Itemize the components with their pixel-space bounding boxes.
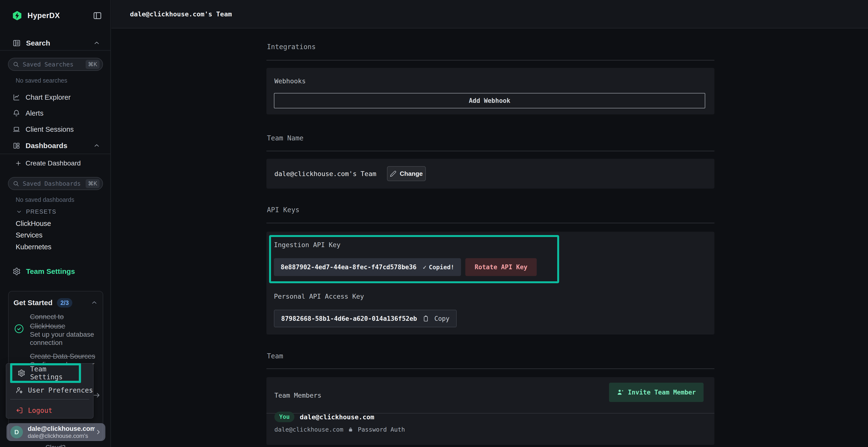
ingestion-key-label: Ingestion API Key xyxy=(274,241,340,249)
divider xyxy=(267,223,714,223)
webhooks-card: Webhooks Add Webhook xyxy=(267,68,714,114)
menu-item-team-settings[interactable]: Team Settings xyxy=(18,365,76,381)
user-gear-icon xyxy=(16,386,23,394)
personal-key-label: Personal API Access Key xyxy=(274,292,364,301)
user-team-subtitle: dale@clickhouse.com's xyxy=(28,433,95,439)
get-started-progress-badge: 2/3 xyxy=(57,298,72,308)
member-email: dale@clickhouse.com xyxy=(274,426,343,433)
user-name: dale@clickhouse.com xyxy=(28,425,95,433)
team-members-card: Team Members Invite Team Member xyxy=(267,377,714,445)
saved-dashboards-input[interactable]: Saved Dashboards ⌘K xyxy=(8,177,103,190)
get-started-header[interactable]: Get Started 2/3 xyxy=(13,297,98,308)
invite-button-label: Invite Team Member xyxy=(628,389,696,396)
menu-item-logout[interactable]: Logout xyxy=(16,405,52,416)
gear-icon xyxy=(18,369,25,377)
get-started-item-title[interactable]: Create Data Sources xyxy=(30,352,110,361)
presets-toggle[interactable]: PRESETS xyxy=(16,208,56,215)
check-icon: ✓ xyxy=(423,264,427,271)
clipped-footer-text: Cloud? xyxy=(0,444,111,447)
sidebar-item-client-sessions[interactable]: Client Sessions xyxy=(0,122,111,137)
app-title: HyperDX xyxy=(28,11,93,20)
sidebar-item-label: Client Sessions xyxy=(26,126,74,133)
sidebar: HyperDX Search xyxy=(0,0,111,447)
annotation-box-ingestion-key: Ingestion API Key 8e887902-4ed7-44ea-8fe… xyxy=(269,235,559,283)
chevron-right-icon xyxy=(95,428,102,436)
chart-explorer-icon xyxy=(12,94,20,101)
sidebar-item-alerts[interactable]: Alerts xyxy=(0,106,111,121)
team-settings-label: Team Settings xyxy=(26,267,75,276)
chevron-down-icon xyxy=(16,209,22,215)
rotate-api-key-button[interactable]: Rotate API Key xyxy=(465,258,537,276)
pencil-icon xyxy=(390,171,396,177)
saved-dashboards-placeholder: Saved Dashboards xyxy=(23,180,86,187)
presets-label: PRESETS xyxy=(26,208,56,215)
menu-divider xyxy=(10,399,89,400)
menu-item-label: Logout xyxy=(28,407,52,414)
personal-key-chip[interactable]: 87982668-58b1-4d6e-a620-014a136f52eb Cop… xyxy=(274,310,457,327)
dashboards-icon xyxy=(12,142,20,149)
plus-icon xyxy=(15,160,22,167)
preset-item-services[interactable]: Services xyxy=(16,231,42,239)
user-plus-icon xyxy=(617,389,624,396)
get-started-item-title[interactable]: Connect to ClickHouse xyxy=(30,312,90,331)
create-dashboard-button[interactable]: Create Dashboard xyxy=(15,160,81,167)
laptop-icon xyxy=(12,126,20,133)
logout-icon xyxy=(16,407,23,414)
menu-item-label: User Preferences xyxy=(28,386,93,394)
change-team-name-button[interactable]: Change xyxy=(387,166,426,181)
integrations-heading: Integrations xyxy=(267,43,316,51)
add-webhook-button[interactable]: Add Webhook xyxy=(274,93,705,108)
team-name-heading: Team Name xyxy=(267,134,304,143)
sidebar-section-search[interactable]: Search xyxy=(0,36,111,50)
hyperdx-logo-icon xyxy=(12,10,22,21)
hyperdx-app: HyperDX Search xyxy=(0,0,868,447)
saved-searches-placeholder: Saved Searches xyxy=(23,61,86,68)
preset-item-clickhouse[interactable]: ClickHouse xyxy=(16,220,51,228)
get-started-item-desc: Set up your database connection xyxy=(30,331,95,347)
page-header: dale@clickhouse.com's Team xyxy=(112,0,868,28)
member-name: dale@clickhouse.com xyxy=(300,413,374,421)
team-name-card: dale@clickhouse.com's Team Change xyxy=(267,159,714,188)
ingestion-key-value: 8e887902-4ed7-44ea-8fec-f47cd578be36 xyxy=(281,264,416,271)
account-button[interactable]: D dale@clickhouse.com dale@clickhouse.co… xyxy=(6,423,105,441)
get-started-title: Get Started xyxy=(13,299,53,307)
sidebar-section-dashboards[interactable]: Dashboards xyxy=(0,138,111,154)
team-members-title: Team Members xyxy=(274,391,321,400)
team-heading: Team xyxy=(267,352,283,360)
bell-icon xyxy=(12,109,20,117)
divider xyxy=(267,60,714,61)
copy-button-label: Copy xyxy=(434,315,450,322)
clipboard-icon xyxy=(423,315,429,322)
dashboards-section-label: Dashboards xyxy=(26,142,93,150)
sidebar-item-chart-explorer[interactable]: Chart Explorer xyxy=(0,90,111,105)
arrow-right-icon xyxy=(93,391,101,399)
page-title: dale@clickhouse.com's Team xyxy=(130,10,232,18)
copied-status: ✓ Copied! xyxy=(423,264,454,271)
main-content: Integrations Webhooks Add Webhook Team N… xyxy=(112,28,868,447)
auth-method-label: Password Auth xyxy=(358,426,405,433)
create-dashboard-label: Create Dashboard xyxy=(26,160,81,167)
menu-item-label: Team Settings xyxy=(30,365,76,381)
team-member-row: You dale@clickhouse.com xyxy=(274,412,374,422)
sidebar-item-team-settings[interactable]: Team Settings xyxy=(0,264,111,279)
shortcut-badge: ⌘K xyxy=(86,179,100,188)
saved-searches-input[interactable]: Saved Searches ⌘K xyxy=(8,58,103,71)
gear-icon xyxy=(12,267,21,276)
team-name-value: dale@clickhouse.com's Team xyxy=(274,170,376,177)
invite-team-member-button[interactable]: Invite Team Member xyxy=(609,383,704,402)
shortcut-badge: ⌘K xyxy=(86,60,100,69)
menu-item-user-preferences[interactable]: User Preferences xyxy=(16,384,93,396)
preset-item-kubernetes[interactable]: Kubernetes xyxy=(16,243,51,251)
chevron-up-icon xyxy=(93,142,100,149)
copied-label: Copied! xyxy=(429,264,454,271)
sidebar-item-label: Chart Explorer xyxy=(26,94,71,101)
you-badge: You xyxy=(274,412,294,422)
logo-row: HyperDX xyxy=(0,8,111,24)
divider xyxy=(267,369,714,369)
webhooks-title: Webhooks xyxy=(274,77,306,85)
sidebar-item-label: Alerts xyxy=(26,109,43,117)
collapse-sidebar-icon[interactable] xyxy=(93,11,102,21)
no-saved-dashboards-note: No saved dashboards xyxy=(16,196,74,203)
ingestion-key-chip[interactable]: 8e887902-4ed7-44ea-8fec-f47cd578be36 ✓ C… xyxy=(274,258,461,276)
team-member-details: dale@clickhouse.com Password Auth xyxy=(274,425,405,434)
